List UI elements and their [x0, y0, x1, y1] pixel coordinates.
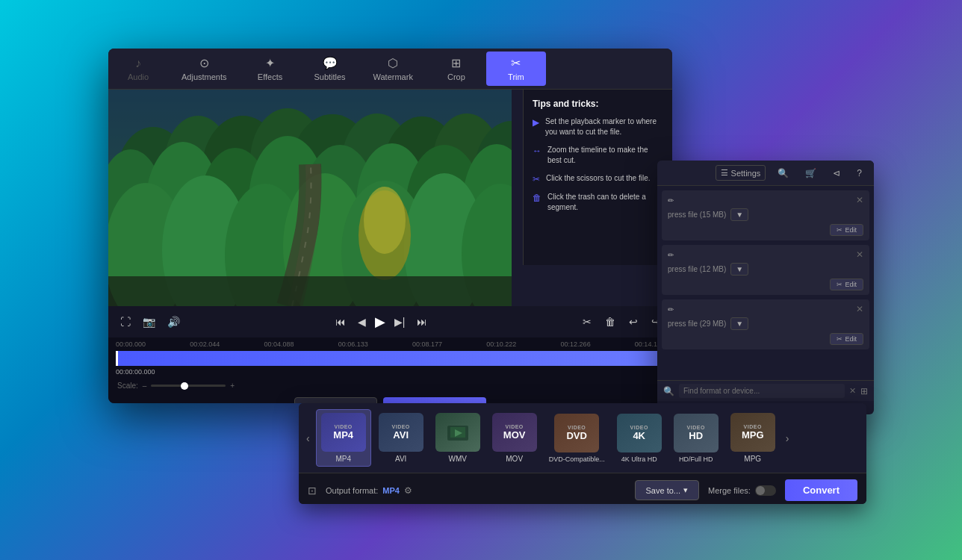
tips-panel: Tips and tricks: ▶ Set the playback mark… — [523, 90, 672, 265]
file-2-compress-label: press file (12 MB) — [668, 265, 726, 273]
tip-item-3: ✂ Click the scissors to cut the file. — [533, 173, 663, 184]
prev-frame-btn[interactable]: ◀ — [355, 314, 369, 329]
tab-effects[interactable]: ✦ Effects — [241, 52, 300, 86]
save-to-button[interactable]: Save to... ▾ — [635, 480, 699, 500]
skip-back-btn[interactable]: ⏮ — [332, 314, 349, 329]
save-close-button[interactable]: Save and Close — [383, 397, 486, 403]
skip-forward-btn[interactable]: ⏭ — [414, 314, 430, 329]
file-2-edit-btn[interactable]: ✂ Edit — [830, 279, 863, 290]
format-dvd[interactable]: VIDEO DVD DVD-Compatible... — [544, 411, 609, 466]
video-editor-window: ♪ Audio ⊙ Adjustments ✦ Effects 💬 Subtit… — [108, 49, 672, 403]
audio-icon: ♪ — [135, 57, 141, 70]
tab-crop[interactable]: ⊞ Crop — [426, 52, 486, 86]
save-dropdown-icon: ▾ — [683, 485, 688, 495]
file-item-1: ✏ ✕ press file (15 MB) ▼ ✂ Edit — [662, 190, 869, 240]
center-controls: ⏮ ◀ ▶ ▶| ⏭ — [332, 314, 431, 330]
tab-adjustments[interactable]: ⊙ Adjustments — [168, 52, 241, 86]
share-btn[interactable]: ⊲ — [828, 166, 845, 181]
zoom-tip-icon: ↔ — [533, 146, 541, 156]
tab-subtitles[interactable]: 💬 Subtitles — [300, 52, 360, 86]
scale-thumb[interactable] — [181, 382, 188, 390]
adjustments-icon: ⊙ — [199, 56, 209, 70]
scissors-icon-2: ✂ — [837, 281, 842, 288]
4k-icon: VIDEO 4K — [617, 414, 662, 452]
timeline-current-time: 00:00:00.000 — [116, 368, 155, 376]
file-1-header: ✏ ✕ — [668, 195, 863, 205]
dvd-icon: VIDEO DVD — [554, 414, 599, 452]
file-2-edit-icon: ✏ — [668, 251, 674, 259]
scissors-icon-1: ✂ — [837, 226, 842, 234]
scale-plus[interactable]: + — [230, 382, 235, 390]
tab-trim[interactable]: ✂ Trim — [486, 52, 546, 86]
tab-audio[interactable]: ♪ Audio — [108, 52, 168, 86]
timeline-bar[interactable] — [116, 351, 665, 366]
timeline[interactable]: 00:00.000 00:02.044 00:04.088 00:06.133 … — [108, 337, 672, 379]
format-mp4[interactable]: VIDEO MP4 MP4 — [316, 409, 371, 467]
wmv-icon — [435, 413, 480, 452]
format-next-btn[interactable]: › — [783, 432, 792, 444]
svg-rect-28 — [108, 276, 512, 306]
volume-btn[interactable]: 🔊 — [164, 314, 183, 329]
search-icon: 🔍 — [663, 386, 674, 396]
tab-watermark[interactable]: ⬡ Watermark — [360, 52, 426, 86]
cut-btn[interactable]: ✂ — [580, 314, 595, 329]
file-3-edit-btn[interactable]: ✂ Edit — [830, 333, 863, 345]
merge-files-option: Merge files: — [708, 485, 776, 496]
format-avi[interactable]: VIDEO AVI AVI — [374, 410, 428, 466]
format-4k[interactable]: VIDEO 4K 4K Ultra HD — [612, 411, 666, 466]
cart-btn[interactable]: 🛒 — [801, 166, 821, 181]
reset-button[interactable]: Reset — [294, 397, 377, 403]
format-mov[interactable]: VIDEO MOV MOV — [488, 410, 541, 466]
scale-label: Scale: — [117, 382, 138, 390]
format-wmv[interactable]: WMV — [431, 410, 485, 466]
file-2-close-btn[interactable]: ✕ — [856, 249, 863, 260]
trash-tip-icon: 🗑 — [533, 193, 541, 203]
search-clear-btn[interactable]: ✕ — [849, 386, 856, 396]
bottom-bar: ⊡ Output format: MP4 ⚙ Save to... ▾ Merg… — [299, 473, 866, 504]
fullscreen-btn[interactable]: ⛶ — [117, 314, 134, 329]
screenshot-btn[interactable]: 📷 — [140, 314, 158, 329]
format-search-input[interactable] — [679, 384, 845, 398]
scale-bar: Scale: – + — [108, 379, 672, 393]
output-settings-icon[interactable]: ⚙ — [404, 485, 412, 496]
file-1-edit-icon: ✏ — [668, 196, 674, 205]
format-prev-btn[interactable]: ‹ — [303, 432, 313, 444]
search-bar: 🔍 ✕ ⊞ — [657, 380, 874, 401]
settings-icon: ☰ — [721, 168, 728, 178]
play-btn[interactable]: ▶ — [375, 314, 385, 330]
delete-segment-btn[interactable]: 🗑 — [602, 314, 618, 329]
grid-view-icon[interactable]: ⊞ — [860, 386, 868, 396]
file-1-compress-dropdown[interactable]: ▼ — [730, 208, 748, 221]
right-controls: ✂ 🗑 ↩ ↪ — [580, 314, 663, 329]
video-preview — [108, 90, 512, 306]
playback-controls: ⛶ 📷 🔊 ⏮ ◀ ▶ ▶| ⏭ ✂ 🗑 ↩ ↪ — [108, 306, 672, 337]
convert-button[interactable]: Convert — [785, 479, 857, 501]
file-3-header: ✏ ✕ — [668, 304, 863, 314]
file-2-compress: press file (12 MB) ▼ — [668, 263, 863, 276]
format-mpg[interactable]: VIDEO MPG MPG — [726, 410, 780, 466]
file-3-compress-label: press file (29 MB) — [668, 320, 726, 328]
file-3-close-btn[interactable]: ✕ — [856, 304, 863, 314]
file-1-close-btn[interactable]: ✕ — [856, 195, 863, 205]
scale-minus[interactable]: – — [143, 382, 147, 390]
mp4-icon: VIDEO MP4 — [321, 413, 366, 452]
settings-button[interactable]: ☰ Settings — [716, 165, 766, 181]
mpg-icon: VIDEO MPG — [730, 413, 775, 452]
next-frame-btn[interactable]: ▶| — [391, 314, 409, 329]
format-hd[interactable]: VIDEO HD HD/Full HD — [669, 411, 723, 466]
timeline-cursor[interactable] — [116, 351, 118, 366]
search-header-btn[interactable]: 🔍 — [773, 166, 793, 181]
tips-title: Tips and tricks: — [533, 99, 663, 109]
output-icon: ⊡ — [308, 485, 317, 497]
file-1-edit-btn[interactable]: ✂ Edit — [830, 224, 863, 236]
undo-btn[interactable]: ↩ — [626, 314, 641, 329]
help-btn[interactable]: ? — [852, 166, 866, 181]
tip-item-4: 🗑 Click the trash can to delete a segmen… — [533, 192, 663, 213]
scale-track[interactable] — [151, 385, 226, 387]
file-3-compress-dropdown[interactable]: ▼ — [730, 317, 748, 330]
merge-toggle[interactable] — [755, 485, 776, 496]
file-2-compress-dropdown[interactable]: ▼ — [730, 263, 748, 276]
crop-icon: ⊞ — [451, 56, 461, 70]
avi-icon: VIDEO AVI — [379, 413, 423, 452]
scissors-tip-icon: ✂ — [533, 174, 540, 184]
